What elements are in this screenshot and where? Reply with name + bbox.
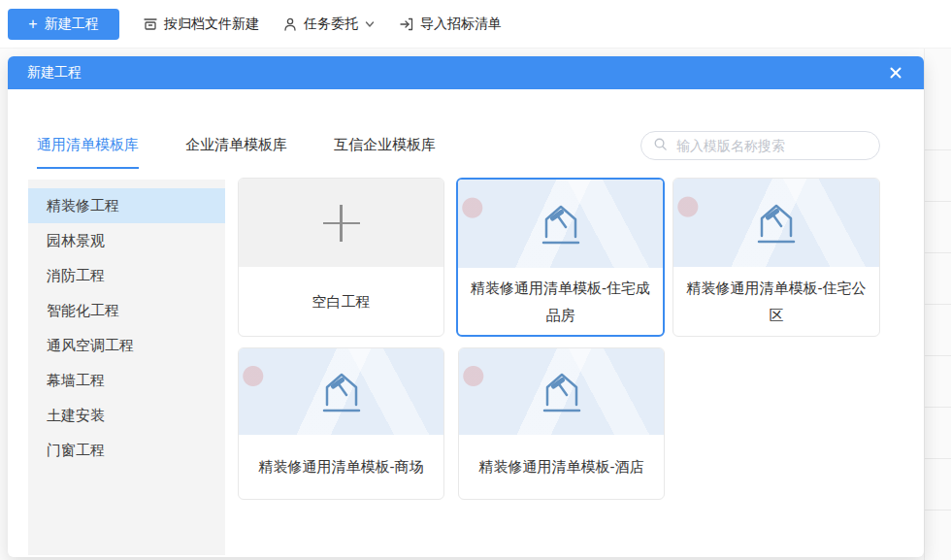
top-toolbar: + 新建工程 按归档文件新建 任务委托	[0, 0, 951, 49]
template-card-image	[459, 348, 664, 435]
create-from-archive-label: 按归档文件新建	[164, 16, 259, 33]
card-template-residential-finished[interactable]: 精装修通用清单模板-住宅成品房	[456, 178, 665, 337]
house-hammer-icon	[540, 201, 582, 247]
card-label: 精装修通用清单模板-商场	[239, 435, 443, 499]
sidebar-item-fire-protection[interactable]: 消防工程	[28, 258, 225, 293]
background-table-edge	[924, 49, 951, 560]
app-window: + 新建工程 按归档文件新建 任务委托	[0, 0, 951, 560]
card-label: 精装修通用清单模板-住宅成品房	[458, 268, 663, 335]
sidebar-item-landscape[interactable]: 园林景观	[28, 223, 225, 258]
background-table-rows	[925, 99, 951, 560]
tab-mutual-trust-template-library[interactable]: 互信企业模板库	[334, 136, 436, 169]
template-card-image	[239, 348, 443, 435]
template-card-image	[673, 179, 879, 267]
house-hammer-icon	[320, 369, 363, 415]
create-from-archive-button[interactable]: 按归档文件新建	[143, 16, 259, 33]
new-project-button[interactable]: + 新建工程	[8, 9, 119, 40]
sidebar-item-civil-installation[interactable]: 土建安装	[28, 398, 225, 433]
task-delegation-button[interactable]: 任务委托	[282, 16, 376, 33]
category-sidebar: 精装修工程 园林景观 消防工程 智能化工程 通风空调工程 幕墙工程 土建安装 门…	[28, 180, 225, 555]
modal-title: 新建工程	[27, 64, 82, 82]
sidebar-item-intelligent[interactable]: 智能化工程	[28, 293, 225, 328]
template-library-tabs: 通用清单模板库 企业清单模板库 互信企业模板库	[37, 136, 436, 169]
import-arrow-icon	[399, 16, 414, 32]
sidebar-item-fine-decoration[interactable]: 精装修工程	[28, 188, 225, 223]
search-input[interactable]	[674, 137, 868, 154]
chevron-down-icon	[364, 18, 376, 30]
sidebar-item-hvac[interactable]: 通风空调工程	[28, 328, 225, 363]
close-icon[interactable]	[887, 64, 904, 82]
card-template-hotel[interactable]: 精装修通用清单模板-酒店	[458, 347, 665, 500]
card-label: 精装修通用清单模板-住宅公区	[673, 267, 879, 336]
plus-icon: +	[28, 16, 37, 32]
new-project-modal: 新建工程 通用清单模板库 企业清单模板库 互信企业模板库	[8, 56, 924, 557]
card-template-residential-public[interactable]: 精装修通用清单模板-住宅公区	[672, 178, 880, 337]
template-card-image	[458, 180, 663, 268]
person-icon	[282, 16, 298, 32]
archive-box-icon	[143, 16, 158, 32]
card-template-mall[interactable]: 精装修通用清单模板-商场	[238, 347, 444, 500]
card-blank-project[interactable]: 空白工程	[238, 178, 444, 337]
sidebar-item-doors-windows[interactable]: 门窗工程	[28, 433, 225, 468]
plus-icon	[323, 205, 360, 242]
import-bid-list-button[interactable]: 导入招标清单	[399, 16, 502, 33]
task-delegation-label: 任务委托	[304, 16, 358, 33]
house-hammer-icon	[755, 200, 798, 247]
sidebar-item-curtain-wall[interactable]: 幕墙工程	[28, 363, 225, 398]
tab-enterprise-template-library[interactable]: 企业清单模板库	[185, 136, 287, 169]
tab-general-template-library[interactable]: 通用清单模板库	[37, 136, 139, 169]
card-label: 空白工程	[239, 267, 443, 336]
card-label: 精装修通用清单模板-酒店	[459, 435, 664, 499]
search-icon	[653, 137, 668, 155]
modal-header: 新建工程	[8, 56, 924, 89]
import-bid-list-label: 导入招标清单	[420, 16, 502, 33]
template-search-box	[640, 131, 880, 160]
blank-card-image	[239, 179, 443, 267]
new-project-label: 新建工程	[45, 16, 99, 33]
house-hammer-icon	[541, 369, 583, 415]
